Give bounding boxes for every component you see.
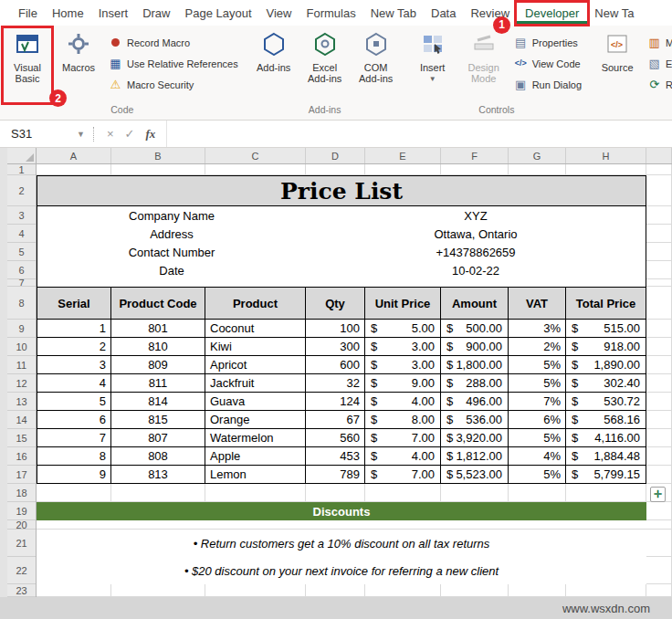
cell-serial[interactable]: 9 bbox=[37, 466, 111, 484]
empty-cell[interactable] bbox=[205, 164, 306, 175]
empty-cell[interactable] bbox=[441, 484, 509, 502]
expansion-packs-button[interactable]: ▧ Expansion bbox=[644, 55, 672, 72]
header-vat[interactable]: VAT bbox=[509, 287, 566, 320]
cell-qty[interactable]: 789 bbox=[306, 466, 365, 484]
row-header-17[interactable]: 17 bbox=[7, 466, 36, 484]
empty-cell[interactable] bbox=[37, 584, 111, 597]
cell-product-code[interactable]: 801 bbox=[111, 320, 205, 338]
info-label-cell[interactable]: Contact Number bbox=[37, 243, 306, 261]
tab-view[interactable]: View bbox=[259, 2, 299, 25]
cell-amount[interactable]: $288.00 bbox=[441, 374, 509, 393]
cell-qty[interactable]: 67 bbox=[306, 411, 365, 429]
add-ins-button[interactable]: Add-ins bbox=[249, 27, 299, 103]
quick-analysis-button[interactable]: ✛ bbox=[650, 487, 666, 502]
cell-vat[interactable]: 5% bbox=[509, 466, 566, 484]
cell-amount[interactable]: $1,800.00 bbox=[441, 356, 509, 374]
empty-cell[interactable] bbox=[566, 484, 646, 502]
row-header-20[interactable]: 20 bbox=[7, 520, 36, 530]
empty-cell[interactable] bbox=[441, 164, 509, 175]
cell-total[interactable]: $4,116.00 bbox=[566, 429, 646, 447]
cell-serial[interactable]: 3 bbox=[37, 356, 111, 374]
view-code-button[interactable]: </> View Code bbox=[510, 55, 585, 72]
empty-cell[interactable] bbox=[566, 164, 646, 175]
empty-cell[interactable] bbox=[566, 584, 646, 597]
info-value-cell[interactable]: XYZ bbox=[306, 206, 646, 225]
tab-new-tab[interactable]: New Tab bbox=[363, 2, 424, 25]
row-header-12[interactable]: 12 bbox=[7, 374, 36, 393]
tab-file[interactable]: File bbox=[11, 2, 45, 25]
cell-product-code[interactable]: 809 bbox=[111, 356, 205, 374]
map-properties-button[interactable]: ▥ Map Pro bbox=[644, 34, 672, 51]
header-serial[interactable]: Serial bbox=[37, 287, 111, 320]
enter-icon[interactable]: ✓ bbox=[125, 127, 135, 141]
header-qty[interactable]: Qty bbox=[306, 287, 365, 320]
info-value-cell[interactable]: +14378862659 bbox=[306, 243, 646, 261]
empty-cell[interactable] bbox=[646, 374, 672, 393]
source-button[interactable]: </> Source bbox=[593, 27, 642, 103]
column-header-partial[interactable] bbox=[646, 148, 672, 163]
empty-cell[interactable] bbox=[646, 466, 672, 484]
cell-unit-price[interactable]: $7.00 bbox=[365, 429, 441, 447]
empty-cell[interactable] bbox=[509, 584, 566, 597]
empty-cell[interactable] bbox=[646, 338, 672, 356]
column-header-F[interactable]: F bbox=[441, 148, 509, 163]
row-header-21[interactable]: 21 bbox=[7, 530, 36, 557]
cell-total[interactable]: $918.00 bbox=[566, 338, 646, 356]
tab-insert[interactable]: Insert bbox=[91, 2, 136, 25]
tab-home[interactable]: Home bbox=[45, 2, 91, 25]
cell-vat[interactable]: 5% bbox=[509, 429, 566, 447]
empty-cell[interactable] bbox=[646, 225, 672, 243]
select-all-corner[interactable] bbox=[7, 148, 37, 163]
tab-formulas[interactable]: Formulas bbox=[299, 2, 362, 25]
tab-new-tab-2[interactable]: New Ta bbox=[587, 2, 641, 25]
cell-amount[interactable]: $1,812.00 bbox=[441, 447, 509, 466]
row-header-7[interactable]: 7 bbox=[7, 279, 36, 287]
chevron-down-icon[interactable]: ▼ bbox=[77, 130, 85, 139]
column-header-B[interactable]: B bbox=[111, 148, 205, 163]
header-unit-price[interactable]: Unit Price bbox=[365, 287, 441, 320]
empty-cell[interactable] bbox=[441, 584, 509, 597]
empty-cell[interactable] bbox=[509, 164, 566, 175]
properties-button[interactable]: ▤ Properties bbox=[510, 34, 585, 51]
cell-product[interactable]: Jackfruit bbox=[205, 374, 306, 393]
empty-cell[interactable] bbox=[111, 164, 205, 175]
cell-qty[interactable]: 100 bbox=[306, 320, 365, 338]
empty-cell[interactable] bbox=[205, 584, 306, 597]
row-header-22[interactable]: 22 bbox=[7, 557, 36, 584]
column-header-C[interactable]: C bbox=[205, 148, 306, 163]
empty-cell[interactable] bbox=[646, 175, 672, 206]
cell-vat[interactable]: 6% bbox=[509, 411, 566, 429]
empty-cell[interactable] bbox=[37, 520, 646, 530]
empty-cell[interactable] bbox=[646, 584, 672, 597]
row-header-5[interactable]: 5 bbox=[7, 243, 36, 261]
cell-vat[interactable]: 5% bbox=[509, 356, 566, 374]
tab-draw[interactable]: Draw bbox=[135, 2, 177, 25]
empty-cell[interactable] bbox=[646, 279, 672, 287]
cell-product[interactable]: Orange bbox=[205, 411, 306, 429]
cell-vat[interactable]: 4% bbox=[509, 447, 566, 466]
cell-product-code[interactable]: 811 bbox=[111, 374, 205, 393]
empty-cell[interactable] bbox=[37, 164, 111, 175]
empty-cell[interactable] bbox=[646, 502, 672, 520]
info-label-cell[interactable]: Company Name bbox=[37, 206, 306, 225]
info-value-cell[interactable]: Ottawa, Ontario bbox=[306, 225, 646, 243]
cell-vat[interactable]: 3% bbox=[509, 320, 566, 338]
cell-product-code[interactable]: 813 bbox=[111, 466, 205, 484]
cell-product[interactable]: Guava bbox=[205, 393, 306, 411]
row-header-10[interactable]: 10 bbox=[7, 338, 36, 356]
insert-function-icon[interactable]: fx bbox=[146, 127, 156, 142]
cell-product[interactable]: Lemon bbox=[205, 466, 306, 484]
cell-unit-price[interactable]: $7.00 bbox=[365, 466, 441, 484]
cell-amount[interactable]: $900.00 bbox=[441, 338, 509, 356]
cell-unit-price[interactable]: $3.00 bbox=[365, 356, 441, 374]
info-label-cell[interactable]: Address bbox=[37, 225, 306, 243]
column-header-E[interactable]: E bbox=[365, 148, 441, 163]
macro-security-button[interactable]: ⚠ Macro Security bbox=[105, 76, 242, 93]
cell-vat[interactable]: 7% bbox=[509, 393, 566, 411]
empty-cell[interactable] bbox=[646, 261, 672, 279]
empty-cell[interactable] bbox=[111, 584, 205, 597]
row-header-13[interactable]: 13 bbox=[7, 393, 36, 411]
empty-cell[interactable] bbox=[37, 279, 646, 287]
row-header-6[interactable]: 6 bbox=[7, 261, 36, 279]
row-header-1[interactable]: 1 bbox=[7, 164, 36, 175]
